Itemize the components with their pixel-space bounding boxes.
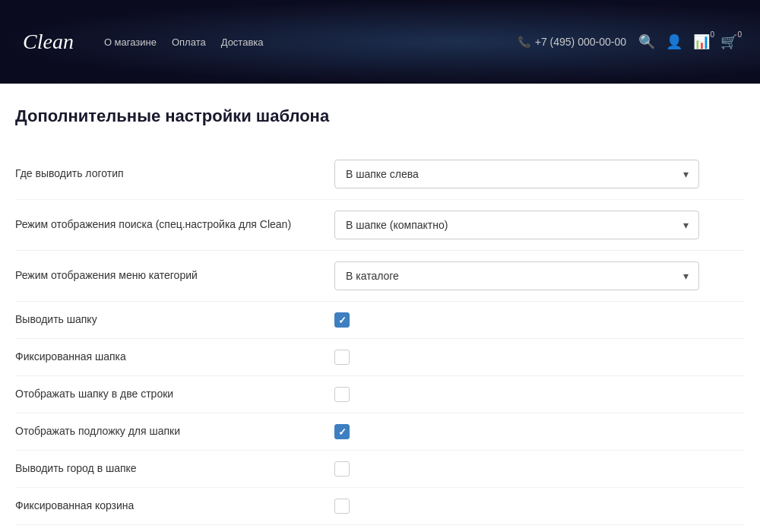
setting-control	[334, 424, 745, 439]
setting-label: Отображать шапку в две строки	[15, 387, 334, 402]
dropdown-select[interactable]: В шапке слеваВ шапке по центруНе выводит…	[334, 160, 699, 188]
settings-section: Где выводить логотипВ шапке слеваВ шапке…	[15, 149, 745, 525]
page-title: Дополнительные настройки шаблона	[15, 106, 745, 126]
checkbox[interactable]	[334, 499, 350, 514]
setting-row: Где выводить логотипВ шапке слеваВ шапке…	[15, 149, 745, 200]
setting-control	[334, 387, 745, 402]
nav-item[interactable]: Доставка	[221, 36, 264, 48]
cart-badge: 0	[737, 30, 742, 39]
checkbox[interactable]	[334, 312, 350, 328]
phone-number: 📞 +7 (495) 000-00-00	[518, 36, 626, 48]
setting-label: Режим отображения меню категорий	[15, 268, 334, 283]
phone-icon: 📞	[518, 36, 530, 48]
stats-icon[interactable]: 📊0	[693, 33, 710, 50]
checkbox[interactable]	[334, 424, 350, 439]
search-icon[interactable]: 🔍	[638, 33, 655, 50]
site-header: Clean О магазинеОплатаДоставка 📞 +7 (495…	[0, 0, 760, 84]
setting-control	[334, 499, 745, 514]
setting-row: Отображать шапку в две строки	[15, 376, 745, 413]
nav-item[interactable]: О магазине	[104, 36, 157, 48]
setting-row: Фиксированная корзина	[15, 488, 745, 525]
header-icons: 🔍 👤 📊0 🛒0	[638, 33, 737, 50]
setting-label: Фиксированная шапка	[15, 350, 334, 365]
setting-control: В каталогеВ шапкеНе выводить▾	[334, 261, 745, 290]
main-nav: О магазинеОплатаДоставка	[104, 36, 518, 48]
setting-control	[334, 312, 745, 328]
dropdown-select[interactable]: В шапке (компактно)В шапке (широкий)Не в…	[334, 211, 699, 239]
setting-row: Режим отображения поиска (спец.настройка…	[15, 200, 745, 251]
setting-label: Отображать подложку для шапки	[15, 424, 334, 439]
setting-label: Выводить город в шапке	[15, 461, 334, 477]
setting-row: Режим отображения меню категорийВ катало…	[15, 251, 745, 302]
setting-row: Отображать подложку для шапки	[15, 413, 745, 451]
user-icon[interactable]: 👤	[666, 33, 682, 50]
setting-label: Фиксированная корзина	[15, 499, 334, 514]
setting-control	[334, 461, 745, 477]
header-right: 📞 +7 (495) 000-00-00 🔍 👤 📊0 🛒0	[518, 33, 737, 50]
site-logo[interactable]: Clean	[23, 30, 74, 54]
select-wrapper: В каталогеВ шапкеНе выводить▾	[334, 261, 699, 290]
checkbox[interactable]	[334, 387, 350, 402]
checkbox[interactable]	[334, 350, 350, 365]
setting-label: Где выводить логотип	[15, 166, 334, 182]
setting-label: Режим отображения поиска (спец.настройка…	[15, 217, 334, 233]
select-wrapper: В шапке слеваВ шапке по центруНе выводит…	[334, 160, 699, 188]
stats-badge: 0	[710, 30, 714, 39]
select-wrapper: В шапке (компактно)В шапке (широкий)Не в…	[334, 211, 699, 239]
dropdown-select[interactable]: В каталогеВ шапкеНе выводить	[334, 261, 699, 290]
nav-item[interactable]: Оплата	[172, 36, 206, 48]
checkbox[interactable]	[334, 461, 350, 477]
setting-label: Выводить шапку	[15, 312, 334, 328]
setting-control: В шапке (компактно)В шапке (широкий)Не в…	[334, 211, 745, 239]
setting-control	[334, 350, 745, 365]
main-content: Дополнительные настройки шаблона Где выв…	[0, 84, 760, 532]
setting-row: Выводить город в шапке	[15, 451, 745, 488]
setting-row: Фиксированная шапка	[15, 339, 745, 376]
setting-control: В шапке слеваВ шапке по центруНе выводит…	[334, 160, 745, 188]
cart-icon[interactable]: 🛒0	[720, 33, 737, 50]
setting-row: Выводить шапку	[15, 302, 745, 339]
